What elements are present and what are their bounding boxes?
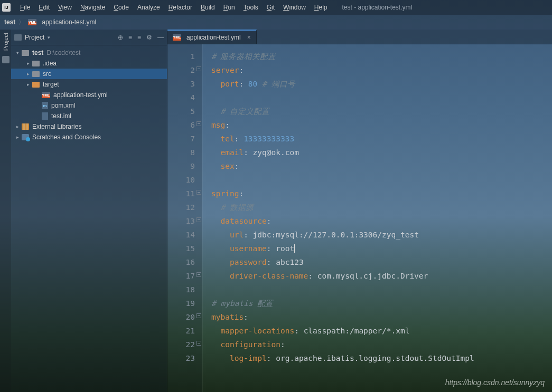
tab-label: application-test.yml — [186, 34, 241, 41]
tree-item-src[interactable]: src — [11, 69, 167, 79]
sidebar-title[interactable]: Project — [25, 34, 44, 41]
dropdown-icon[interactable]: ▾ — [48, 35, 50, 40]
breadcrumb-separator: 〉 — [18, 18, 25, 27]
menu-refactor[interactable]: Refactor — [164, 2, 197, 13]
folder-icon — [32, 71, 40, 77]
scratches-icon — [22, 134, 29, 140]
module-icon — [22, 50, 29, 56]
project-tree[interactable]: test D:\code\test .ideasrctargetYMLappli… — [11, 45, 167, 145]
tree-root[interactable]: test D:\code\test — [11, 47, 167, 58]
breadcrumb: test 〉 YML application-test.yml — [0, 15, 552, 30]
structure-toolwindow-button[interactable] — [2, 56, 10, 63]
app-icon: IJ — [2, 3, 11, 12]
sidebar-header: Project ▾ ⊕ ≡ ≡ ⚙ — — [11, 30, 167, 45]
menu-navigate[interactable]: Navigate — [76, 2, 109, 13]
window-title: test - application-test.yml — [342, 4, 412, 11]
scratches-and-consoles[interactable]: Scratches and Consoles — [11, 132, 167, 142]
menu-view[interactable]: View — [54, 2, 76, 13]
yml-file-icon: YML — [42, 92, 50, 98]
yml-file-icon: YML — [173, 34, 181, 41]
editor-area: YML application-test.yml × 1234567891011… — [167, 30, 552, 392]
line-gutter: 1234567891011121314151617181920212223 — [167, 44, 202, 392]
locate-icon[interactable]: ⊕ — [118, 34, 123, 41]
watermark: https://blog.csdn.net/sunnyzyq — [445, 378, 545, 387]
folder-icon — [32, 61, 40, 66]
yml-file-icon: YML — [28, 19, 36, 25]
collapse-all-icon[interactable]: ≡ — [137, 34, 141, 41]
iml-file-icon — [42, 112, 48, 120]
menu-window[interactable]: Window — [279, 2, 310, 13]
menu-build[interactable]: Build — [197, 2, 219, 13]
menu-help[interactable]: Help — [310, 2, 332, 13]
project-sidebar: Project ▾ ⊕ ≡ ≡ ⚙ — test D:\code\test .i… — [11, 30, 167, 392]
menubar: IJ FileEditViewNavigateCodeAnalyzeRefact… — [0, 0, 552, 15]
breadcrumb-root[interactable]: test — [4, 18, 15, 26]
project-toolwindow-button[interactable]: Project — [3, 33, 9, 51]
expand-all-icon[interactable]: ≡ — [128, 34, 132, 41]
settings-icon[interactable]: ⚙ — [146, 34, 152, 41]
project-view-icon — [14, 34, 22, 41]
menu-tools[interactable]: Tools — [239, 2, 263, 13]
library-icon — [22, 123, 29, 130]
tree-item-pom-xml[interactable]: mpom.xml — [11, 100, 167, 111]
maven-file-icon: m — [42, 102, 48, 109]
folder-icon — [32, 82, 40, 88]
tree-item--idea[interactable]: .idea — [11, 58, 167, 69]
editor-tab-active[interactable]: YML application-test.yml × — [167, 30, 257, 44]
hide-icon[interactable]: — — [157, 34, 164, 41]
code-content[interactable]: # 服务器相关配置server: port: 80 # 端口号 # 自定义配置m… — [202, 44, 552, 392]
tree-item-target[interactable]: target — [11, 79, 167, 90]
tree-item-application-test-yml[interactable]: YMLapplication-test.yml — [11, 90, 167, 100]
tree-item-test-iml[interactable]: test.iml — [11, 111, 167, 121]
menu-analyze[interactable]: Analyze — [133, 2, 164, 13]
left-toolstrip: Project — [0, 30, 11, 392]
menu-git[interactable]: Git — [263, 2, 279, 13]
menu-code[interactable]: Code — [109, 2, 133, 13]
menu-run[interactable]: Run — [219, 2, 239, 13]
external-libraries[interactable]: External Libraries — [11, 121, 167, 132]
editor-tabs: YML application-test.yml × — [167, 30, 552, 44]
editor-body[interactable]: 1234567891011121314151617181920212223 # … — [167, 44, 552, 392]
menu-file[interactable]: File — [16, 2, 34, 13]
close-tab-icon[interactable]: × — [247, 34, 251, 41]
menu-edit[interactable]: Edit — [34, 2, 54, 13]
breadcrumb-file[interactable]: application-test.yml — [42, 18, 96, 26]
